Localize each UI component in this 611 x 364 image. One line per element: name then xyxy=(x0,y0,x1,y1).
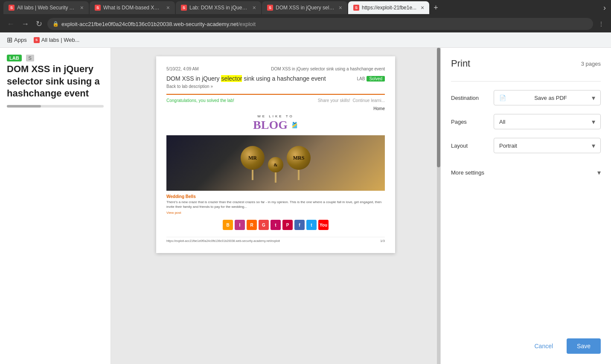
print-footer: Cancel Save xyxy=(451,338,601,354)
print-title: Print xyxy=(451,58,470,69)
tab-1[interactable]: S All labs | Web Security Ac... × xyxy=(3,1,89,14)
sidebar-title: DOM XSS in jQuery selector sink using a … xyxy=(7,63,104,100)
layout-select[interactable]: Portrait ▾ xyxy=(494,138,601,153)
forward-button[interactable]: → xyxy=(20,18,31,30)
preview-solved-badge: Solved xyxy=(367,76,385,82)
wedding-bells-text: There's a new craze that is crazier than… xyxy=(166,200,385,209)
bookmark-alllabs[interactable]: S All labs | Web... xyxy=(34,37,80,43)
blog-logo: WE LIKE TO BLOG 🎽 xyxy=(166,114,385,132)
cancel-button[interactable]: Cancel xyxy=(524,338,563,354)
bookmark-alllabs-label: All labs | Web... xyxy=(41,37,80,43)
url-domain: exploit-acc21fbe1e0f0a24c0fb136c01b20038… xyxy=(61,21,238,27)
amp-stick xyxy=(275,172,276,183)
preview-footer: https://exploit-acc21fbe1e0f0a24c0fb136c… xyxy=(166,237,385,243)
lab-badge: LAB xyxy=(7,55,22,61)
tab-4[interactable]: S DOM XSS in jQuery select... × xyxy=(262,1,347,14)
solved-badge: S xyxy=(26,55,34,61)
tumblr-icon: t xyxy=(271,220,281,230)
preview-footer-url: https://exploit-acc21fbe1e0f0a24c0fb136c… xyxy=(166,239,280,242)
preview-scroll[interactable]: 5/10/22, 4:09 AM DOM XSS in jQuery selec… xyxy=(111,48,440,364)
preview-title-small: DOM XSS in jQuery selector sink using a … xyxy=(271,67,385,71)
page-preview: 5/10/22, 4:09 AM DOM XSS in jQuery selec… xyxy=(156,56,395,253)
pages-select[interactable]: All ▾ xyxy=(494,114,601,129)
apps-grid-icon: ⊞ xyxy=(7,36,12,44)
url-path: /exploit xyxy=(238,21,256,27)
destination-label: Destination xyxy=(451,95,494,101)
pages-value: All xyxy=(499,119,505,125)
tab-bar: S All labs | Web Security Ac... × S What… xyxy=(0,0,611,15)
preview-congrats: Congratulations, you solved the lab! xyxy=(166,98,234,103)
tab-favicon-3: S xyxy=(181,5,187,11)
view-post-link[interactable]: View post xyxy=(166,211,385,215)
tab-1-close[interactable]: × xyxy=(80,4,84,11)
tab-5-close[interactable]: × xyxy=(421,4,424,11)
layout-row: Layout Portrait ▾ xyxy=(451,138,601,153)
more-settings-label: More settings xyxy=(451,169,484,176)
bookmark-apps-label: Apps xyxy=(14,37,27,43)
layout-chevron-down-icon: ▾ xyxy=(592,142,595,150)
tab-2-label: What is DOM-based XSS ... xyxy=(103,5,162,11)
tab-3-label: Lab: DOM XSS in jQuery se... xyxy=(189,5,248,11)
preview-share: Share your skills! Continue learni... xyxy=(318,98,385,103)
bookmarks-bar: ⊞ Apps S All labs | Web... xyxy=(0,32,611,48)
print-divider xyxy=(451,81,601,82)
mrs-stick xyxy=(298,170,300,180)
destination-select[interactable]: 📄 Save as PDF ▾ xyxy=(494,90,601,105)
sidebar-scrollbar-thumb xyxy=(7,105,41,108)
preview-scrollbar-thumb xyxy=(437,48,440,167)
preview-congrats-row: Congratulations, you solved the lab! Sha… xyxy=(166,98,385,103)
tab-1-label: All labs | Web Security Ac... xyxy=(17,5,76,11)
preview-divider xyxy=(166,94,385,95)
mr-mrs-circles: MR & MRS xyxy=(241,135,311,191)
blog-icon: 🎽 xyxy=(291,122,298,128)
tab-favicon-4: S xyxy=(267,5,273,11)
browser-chrome: S All labs | Web Security Ac... × S What… xyxy=(0,0,611,48)
tab-2-close[interactable]: × xyxy=(166,4,170,11)
tab-5-label: https://exploit-21fbe1e... xyxy=(362,5,416,11)
new-tab-button[interactable]: + xyxy=(430,3,442,12)
preview-back: Back to lab description » xyxy=(166,84,385,89)
tab-3[interactable]: S Lab: DOM XSS in jQuery se... × xyxy=(176,1,261,14)
layout-label: Layout xyxy=(451,143,494,149)
reload-button[interactable]: ↻ xyxy=(34,17,44,30)
sidebar-scrollbar[interactable] xyxy=(7,105,104,108)
ampersand-circle: & xyxy=(268,157,283,172)
destination-row: Destination 📄 Save as PDF ▾ xyxy=(451,90,601,105)
tab-scroll-right[interactable]: › xyxy=(602,3,608,12)
tab-5[interactable]: S https://exploit-21fbe1e... × xyxy=(348,1,429,14)
tab-3-close[interactable]: × xyxy=(253,4,256,11)
youtube-icon: You xyxy=(318,220,329,230)
bookmark-favicon: S xyxy=(34,37,40,43)
tab-2[interactable]: S What is DOM-based XSS ... × xyxy=(90,1,175,14)
preview-main-title: DOM XSS in jQuery selector sink using a … xyxy=(166,75,326,82)
preview-page-number: 1/3 xyxy=(380,239,385,243)
main-layout: LAB S DOM XSS in jQuery selector sink us… xyxy=(0,48,611,364)
preview-area: 5/10/22, 4:09 AM DOM XSS in jQuery selec… xyxy=(111,48,440,364)
address-bar: ← → ↻ 🔒 exploit-acc21fbe1e0f0a24c0fb136c… xyxy=(0,15,611,32)
print-panel: Print 3 pages Destination 📄 Save as PDF … xyxy=(440,48,611,364)
blog-we-like: WE LIKE TO xyxy=(166,114,385,118)
facebook-icon: f xyxy=(294,220,305,230)
save-button[interactable]: Save xyxy=(567,338,601,354)
back-button[interactable]: ← xyxy=(5,18,16,30)
tab-favicon-1: S xyxy=(9,5,15,11)
pdf-icon: 📄 xyxy=(499,95,506,101)
preview-lab-label: LAB xyxy=(357,76,365,81)
bookmark-apps[interactable]: ⊞ Apps xyxy=(7,36,27,44)
wedding-bells-title: Wedding Bells xyxy=(166,194,385,199)
more-settings[interactable]: More settings ▾ xyxy=(451,165,601,180)
url-input[interactable]: 🔒 exploit-acc21fbe1e0f0a24c0fb136c01b200… xyxy=(47,18,593,30)
mrs-circle: MRS xyxy=(287,146,311,170)
twitter-icon: t xyxy=(306,220,317,230)
lock-icon: 🔒 xyxy=(52,21,59,27)
blog-text: BLOG xyxy=(253,118,288,132)
google-icon: G xyxy=(259,220,269,230)
mr-stick xyxy=(252,170,253,180)
tab-4-label: DOM XSS in jQuery select... xyxy=(276,5,335,11)
tab-favicon-5: S xyxy=(353,5,359,11)
left-sidebar: LAB S DOM XSS in jQuery selector sink us… xyxy=(0,48,111,364)
tab-4-close[interactable]: × xyxy=(339,4,342,11)
pages-row: Pages All ▾ xyxy=(451,114,601,129)
preview-scrollbar[interactable] xyxy=(437,48,440,364)
extensions-button[interactable]: ⋮ xyxy=(596,19,606,29)
